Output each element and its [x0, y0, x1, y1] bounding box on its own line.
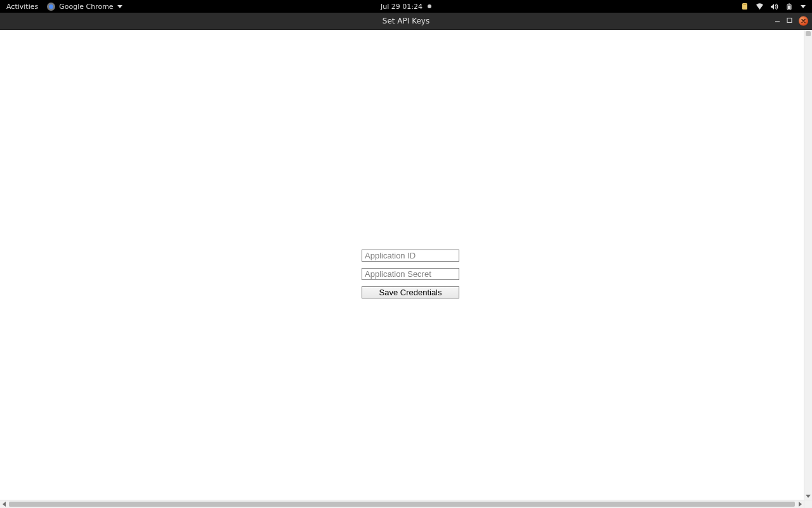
- horizontal-scrollbar[interactable]: [0, 500, 804, 508]
- window-title: Set API Keys: [383, 17, 429, 25]
- window-controls: [775, 17, 808, 26]
- app-menu[interactable]: Google Chrome: [47, 3, 122, 11]
- chevron-down-icon: [117, 5, 122, 8]
- activities-button[interactable]: Activities: [6, 3, 38, 11]
- clock[interactable]: Jul 29 01:24: [381, 3, 431, 11]
- app-menu-label: Google Chrome: [59, 3, 113, 11]
- window-close-button[interactable]: [799, 17, 808, 26]
- svg-rect-3: [789, 3, 790, 4]
- scroll-right-button[interactable]: [796, 500, 804, 508]
- tray-app-icon[interactable]: [741, 3, 749, 11]
- battery-icon[interactable]: [785, 3, 794, 11]
- save-credentials-button[interactable]: Save Credentials: [362, 286, 459, 298]
- horizontal-scrollbar-thumb[interactable]: [9, 502, 795, 507]
- window-titlebar: Set API Keys: [0, 13, 812, 30]
- scroll-down-button[interactable]: [804, 492, 812, 500]
- scrollbar-corner: [804, 500, 812, 508]
- vertical-scrollbar-thumb[interactable]: [806, 31, 811, 36]
- vertical-scrollbar[interactable]: [804, 30, 812, 500]
- chrome-icon: [47, 3, 55, 11]
- system-tray: [741, 3, 812, 11]
- window-minimize-button[interactable]: [775, 18, 780, 25]
- api-keys-form: Save Credentials: [362, 250, 459, 298]
- chevron-left-icon: [3, 502, 6, 507]
- volume-icon[interactable]: [770, 3, 779, 11]
- gnome-top-panel: Activities Google Chrome Jul 29 01:24: [0, 0, 812, 13]
- svg-rect-4: [788, 5, 790, 9]
- network-icon[interactable]: [756, 3, 764, 11]
- notification-dot-icon: [428, 4, 431, 8]
- page-content: Save Credentials: [0, 30, 812, 508]
- svg-rect-5: [775, 22, 780, 22]
- window-maximize-button[interactable]: [787, 18, 792, 25]
- scroll-left-button[interactable]: [0, 500, 8, 508]
- top-panel-left: Activities Google Chrome: [0, 3, 122, 11]
- clock-label: Jul 29 01:24: [381, 3, 422, 11]
- application-id-input[interactable]: [362, 250, 459, 262]
- chevron-down-icon: [806, 495, 811, 498]
- chevron-right-icon: [799, 502, 802, 507]
- svg-rect-1: [743, 4, 747, 4]
- application-secret-input[interactable]: [362, 268, 459, 280]
- system-menu-chevron-down-icon[interactable]: [801, 5, 806, 8]
- svg-rect-6: [787, 18, 792, 23]
